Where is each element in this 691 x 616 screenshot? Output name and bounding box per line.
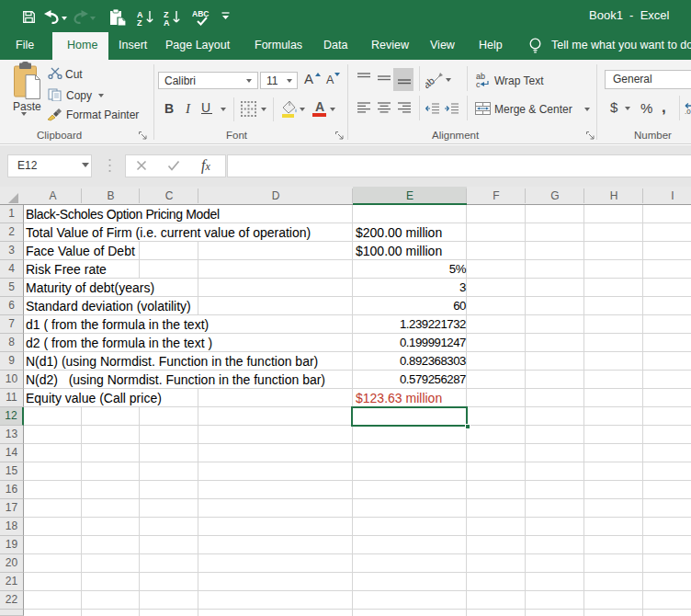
svg-text:Z: Z <box>137 18 142 27</box>
svg-text:.0: .0 <box>685 108 691 115</box>
svg-text:A: A <box>164 18 170 27</box>
svg-text:ab: ab <box>425 74 436 89</box>
svg-text:ABC: ABC <box>192 9 209 18</box>
svg-text:c: c <box>476 80 481 88</box>
